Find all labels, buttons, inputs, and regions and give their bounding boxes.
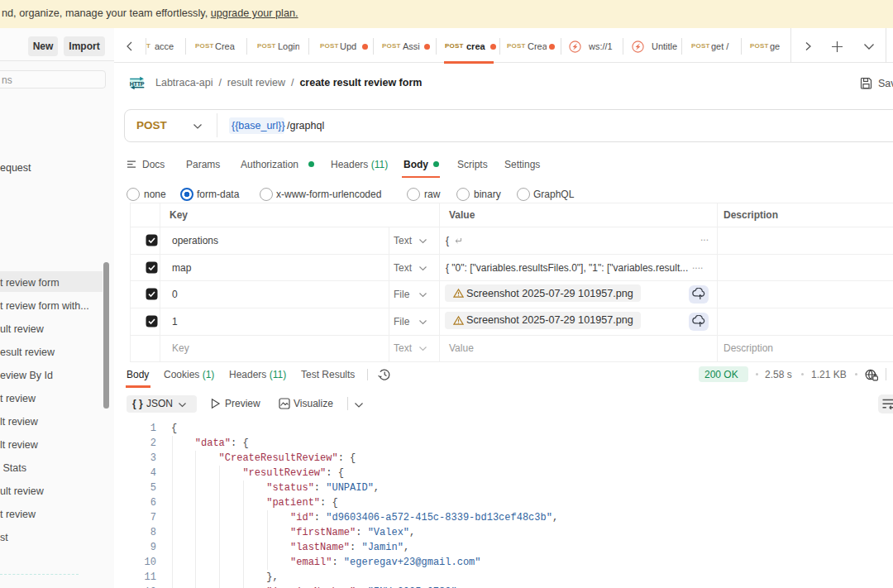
svg-text:HTTP: HTTP [130,80,145,88]
